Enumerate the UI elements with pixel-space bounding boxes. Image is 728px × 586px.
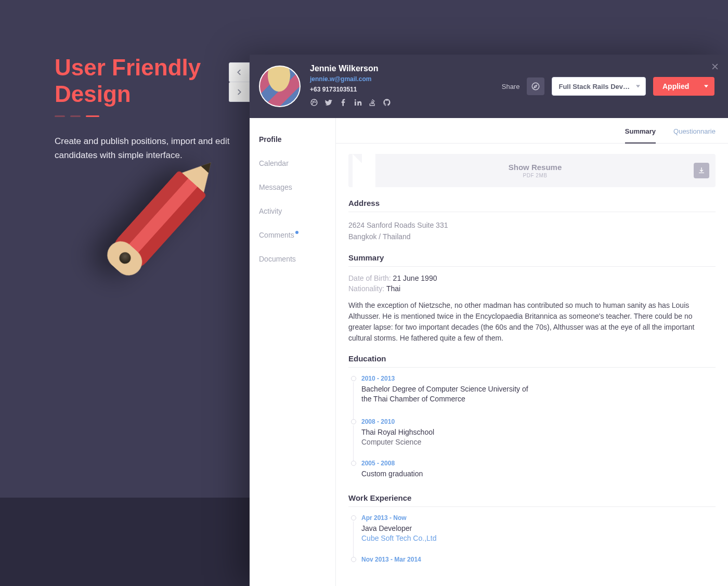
close-panel-button[interactable] [711, 63, 719, 72]
twitter-icon[interactable] [324, 98, 333, 109]
candidate-email[interactable]: jennie.w@gmail.com [310, 75, 492, 83]
compass-button[interactable] [527, 77, 544, 95]
candidate-phone: +63 9173103511 [310, 86, 492, 93]
hero-title: User Friendly Design [55, 55, 231, 107]
status-dropdown[interactable]: Applied [653, 77, 714, 96]
section-education-title: Education [348, 354, 716, 368]
hero-indicator [55, 115, 231, 117]
candidate-panel: Jennie Wilkerson jennie.w@gmail.com +63 … [250, 55, 728, 586]
work-timeline: Apr 2013 - Now Java Developer Cube Soft … [351, 514, 716, 569]
timeline-item: 2010 - 2013 Bachelor Degree of Computer … [351, 375, 716, 418]
address-line2: Bangkok / Thailand [348, 231, 716, 242]
download-resume-button[interactable] [694, 163, 709, 178]
stackoverflow-icon[interactable] [368, 98, 376, 109]
section-address-title: Address [348, 199, 716, 212]
tab-summary[interactable]: Summary [625, 127, 656, 144]
section-work-title: Work Experience [348, 493, 716, 507]
dribbble-icon[interactable] [310, 98, 318, 109]
timeline-item: Apr 2013 - Now Java Developer Cube Soft … [351, 514, 716, 556]
side-tab-comments[interactable]: Comments [250, 226, 335, 244]
share-label: Share [502, 83, 520, 90]
timeline-item: 2008 - 2010 Thai Royal Highschool Comput… [351, 418, 716, 460]
avatar [259, 66, 301, 107]
section-summary-title: Summary [348, 253, 716, 267]
tab-questionnarie[interactable]: Questionnarie [673, 127, 716, 143]
position-dropdown[interactable]: Full Stack Rails Dev… [552, 77, 646, 96]
dob-row: Date of Birth: 21 June 1990 [348, 274, 716, 282]
timeline-item: Nov 2013 - Mar 2014 [351, 556, 716, 569]
github-icon[interactable] [383, 98, 391, 109]
side-tab-profile[interactable]: Profile [250, 131, 335, 148]
address-line1: 2624 Sanford Roads Suite 331 [348, 219, 716, 231]
linkedin-icon[interactable] [354, 98, 362, 109]
prev-candidate-button[interactable] [229, 62, 250, 82]
company-link[interactable]: Cube Soft Tech Co.,Ltd [361, 534, 716, 542]
resume-meta: PDF 2MB [376, 173, 694, 178]
social-links [310, 98, 492, 109]
svg-point-3 [532, 83, 540, 90]
facebook-icon[interactable] [339, 98, 347, 109]
svg-rect-1 [355, 101, 356, 106]
notification-dot-icon [295, 231, 298, 234]
show-resume-button[interactable]: Show Resume PDF 2MB [348, 154, 716, 187]
education-timeline: 2010 - 2013 Bachelor Degree of Computer … [351, 375, 716, 483]
svg-point-2 [355, 99, 356, 101]
side-tab-calendar[interactable]: Calendar [250, 154, 335, 172]
nationality-row: Nationality: Thai [348, 284, 716, 293]
next-candidate-button[interactable] [229, 82, 250, 102]
side-tab-documents[interactable]: Documents [250, 250, 335, 268]
candidate-name: Jennie Wilkerson [310, 64, 492, 73]
document-icon [348, 154, 376, 187]
side-tab-messages[interactable]: Messages [250, 178, 335, 196]
resume-title: Show Resume [376, 163, 694, 172]
summary-text: With the exception of Nietzsche, no othe… [348, 300, 716, 344]
timeline-item: 2005 - 2008 Custom graduation [351, 460, 716, 484]
side-tab-activity[interactable]: Activity [250, 202, 335, 220]
